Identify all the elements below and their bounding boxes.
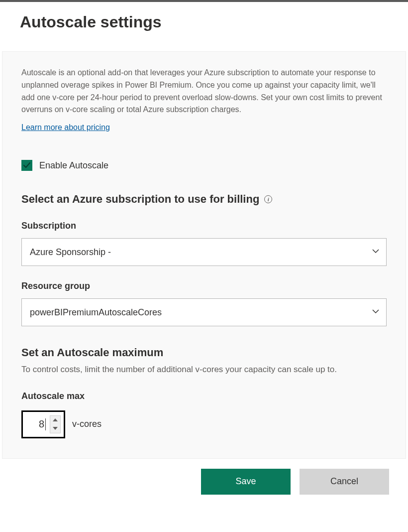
autoscale-max-unit: v-cores [72,419,102,429]
max-section-description: To control costs, limit the number of ad… [21,363,387,376]
autoscale-max-spinner [21,410,65,438]
resource-group-select-wrap: powerBIPremiumAutoscaleCores [21,298,387,326]
spinner-up-button[interactable] [50,416,60,424]
max-section-title: Set an Autoscale maximum [21,346,387,359]
learn-more-link[interactable]: Learn more about pricing [21,123,110,132]
billing-section-title-text: Select an Azure subscription to use for … [21,193,259,206]
enable-autoscale-row: Enable Autoscale [21,160,387,171]
resource-group-select[interactable]: powerBIPremiumAutoscaleCores [21,298,387,326]
autoscale-max-label: Autoscale max [21,391,387,401]
caret-up-icon [53,418,58,421]
subscription-select[interactable]: Azure Sponsorship - [21,238,387,266]
page-title: Autoscale settings [20,13,388,31]
autoscale-max-row: v-cores [21,410,387,438]
enable-autoscale-label: Enable Autoscale [39,160,108,171]
info-icon[interactable]: i [264,195,272,203]
dialog-header: Autoscale settings [0,2,408,51]
billing-section-title: Select an Azure subscription to use for … [21,193,387,206]
resource-group-label: Resource group [21,281,387,291]
spinner-buttons [50,415,61,433]
spinner-down-button[interactable] [50,424,60,433]
save-button[interactable]: Save [201,469,291,495]
subscription-select-wrap: Azure Sponsorship - [21,238,387,266]
autoscale-max-input[interactable] [28,418,46,430]
caret-down-icon [53,427,58,430]
autoscale-description: Autoscale is an optional add-on that lev… [21,67,387,116]
cancel-button[interactable]: Cancel [300,469,389,495]
subscription-label: Subscription [21,221,387,231]
dialog-footer: Save Cancel [0,459,408,502]
settings-panel: Autoscale is an optional add-on that lev… [2,51,406,459]
checkmark-icon [23,161,31,169]
enable-autoscale-checkbox[interactable] [21,160,32,171]
